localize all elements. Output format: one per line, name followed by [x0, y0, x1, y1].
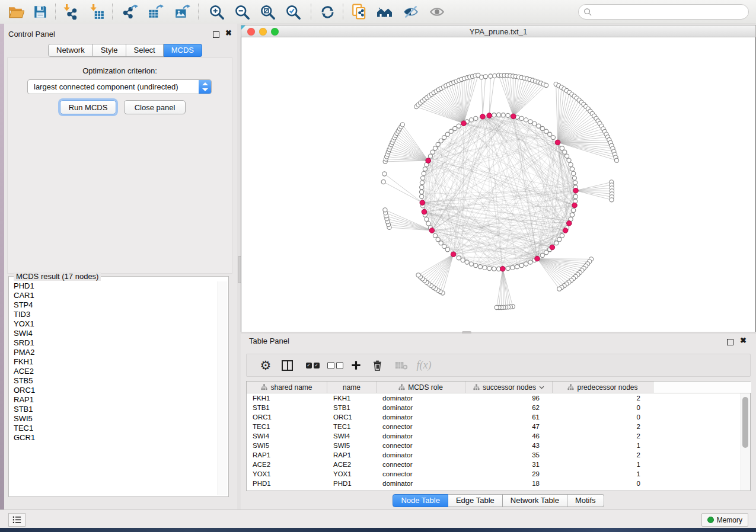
tab-motifs[interactable]: Motifs — [567, 494, 604, 507]
network-node[interactable] — [572, 171, 576, 175]
network-node[interactable] — [421, 176, 425, 180]
mcds-result-item[interactable]: SWI4 — [10, 329, 218, 338]
select-all-button[interactable]: ✓✓ — [302, 354, 323, 376]
network-node[interactable] — [487, 267, 492, 271]
network-node[interactable] — [478, 265, 482, 269]
network-node[interactable] — [610, 198, 614, 202]
network-node[interactable] — [544, 251, 548, 255]
network-node[interactable] — [565, 154, 569, 158]
import-network-button[interactable] — [60, 3, 79, 21]
mcds-result-item[interactable]: TID3 — [10, 310, 218, 319]
network-node[interactable] — [420, 194, 424, 198]
network-node[interactable] — [469, 118, 473, 122]
tab-select[interactable]: Select — [126, 44, 164, 57]
optimization-select[interactable]: largest connected component (undirected) — [27, 79, 212, 94]
zoom-in-button[interactable] — [207, 3, 226, 21]
network-node[interactable] — [474, 264, 478, 268]
network-node[interactable] — [567, 158, 571, 162]
apply-function-button[interactable]: f(x) — [414, 354, 434, 376]
mcds-result-item[interactable]: YOX1 — [10, 319, 218, 329]
network-node[interactable] — [474, 116, 478, 120]
network-node[interactable] — [524, 262, 528, 266]
mcds-node[interactable] — [420, 200, 425, 206]
network-node[interactable] — [548, 132, 552, 136]
mcds-result-item[interactable]: ORC1 — [10, 386, 218, 395]
table-row[interactable]: RAP1RAP1dominator352 — [247, 450, 741, 460]
network-node[interactable] — [489, 74, 493, 78]
network-node[interactable] — [449, 129, 453, 133]
network-node[interactable] — [425, 217, 429, 222]
column-header-MCDS-role[interactable]: MCDS role — [377, 382, 465, 393]
mcds-node[interactable] — [426, 158, 431, 164]
network-node[interactable] — [569, 162, 573, 166]
tab-mcds[interactable]: MCDS — [164, 44, 202, 57]
tab-edge-table[interactable]: Edge Table — [448, 494, 503, 507]
search-input[interactable] — [592, 7, 744, 17]
table-scrollbar-thumb[interactable] — [742, 397, 748, 448]
mcds-result-item[interactable]: FKH1 — [10, 357, 218, 367]
delete-table-button[interactable] — [393, 354, 410, 376]
network-node[interactable] — [439, 241, 443, 245]
close-panel-button[interactable]: ✖ — [225, 30, 232, 36]
table-options-button[interactable]: ⚙ — [257, 354, 274, 376]
network-node[interactable] — [528, 120, 532, 124]
network-node[interactable] — [426, 222, 430, 226]
mcds-node[interactable] — [422, 209, 427, 214]
network-node[interactable] — [492, 113, 496, 117]
network-node[interactable] — [433, 233, 437, 238]
table-row[interactable]: ORC1ORC1dominator610 — [247, 412, 741, 422]
float-panel-button[interactable] — [213, 30, 219, 40]
mcds-node[interactable] — [461, 121, 467, 126]
network-node[interactable] — [515, 265, 519, 269]
zoom-out-button[interactable] — [232, 3, 251, 21]
task-history-button[interactable] — [8, 513, 25, 527]
mcds-node[interactable] — [555, 140, 560, 145]
table-row[interactable]: SWI4SWI4dominator462 — [247, 431, 741, 441]
network-node[interactable] — [457, 124, 461, 128]
network-node[interactable] — [422, 171, 426, 175]
table-row[interactable]: TEC1TEC1connector472 — [247, 422, 741, 431]
mcds-result-item[interactable]: SRD1 — [10, 338, 218, 348]
mcds-result-item[interactable]: PHD1 — [10, 281, 218, 291]
network-node[interactable] — [400, 123, 404, 127]
show-columns-button[interactable] — [279, 354, 295, 376]
network-node[interactable] — [383, 208, 387, 212]
mcds-result-item[interactable]: CAR1 — [10, 291, 218, 300]
table-row[interactable]: PHD1PHD1dominator180 — [247, 479, 741, 488]
mcds-result-item[interactable]: TEC1 — [10, 424, 218, 433]
network-node[interactable] — [573, 181, 578, 185]
table-row[interactable]: STB1STB1dominator620 — [247, 403, 741, 412]
network-node[interactable] — [439, 139, 443, 143]
network-node[interactable] — [420, 181, 424, 185]
network-node[interactable] — [570, 213, 575, 217]
network-node[interactable] — [511, 265, 515, 270]
network-node[interactable] — [423, 167, 427, 171]
network-node[interactable] — [483, 75, 487, 79]
open-file-button[interactable] — [7, 3, 25, 21]
column-header-predecessor-nodes[interactable]: predecessor nodes — [553, 382, 653, 393]
mcds-result-item[interactable]: RAP1 — [10, 395, 218, 405]
network-node[interactable] — [557, 287, 562, 291]
export-table-button[interactable] — [146, 3, 165, 21]
network-node[interactable] — [506, 267, 510, 271]
mcds-node[interactable] — [572, 203, 578, 208]
network-node[interactable] — [492, 267, 496, 271]
network-node[interactable] — [420, 185, 424, 190]
network-node[interactable] — [445, 248, 449, 252]
mcds-node[interactable] — [567, 221, 572, 226]
network-node[interactable] — [524, 118, 528, 122]
network-window-titlebar[interactable]: YPA_prune.txt_1 — [241, 25, 756, 37]
network-node[interactable] — [457, 256, 461, 260]
network-node[interactable] — [501, 113, 505, 117]
network-node[interactable] — [560, 233, 564, 238]
network-node[interactable] — [428, 154, 432, 158]
add-row-button[interactable] — [347, 354, 364, 376]
mcds-result-scrollbar[interactable] — [218, 281, 227, 495]
tab-style[interactable]: Style — [93, 44, 126, 57]
mcds-node[interactable] — [535, 256, 540, 261]
network-node[interactable] — [537, 124, 541, 128]
save-session-button[interactable] — [31, 3, 50, 21]
table-row[interactable]: ACE2ACE2connector311 — [247, 460, 741, 469]
first-neighbors-button[interactable] — [375, 3, 394, 21]
mcds-result-list[interactable]: PHD1CAR1STP4TID3YOX1SWI4SRD1PMA2FKH1ACE2… — [10, 281, 218, 495]
